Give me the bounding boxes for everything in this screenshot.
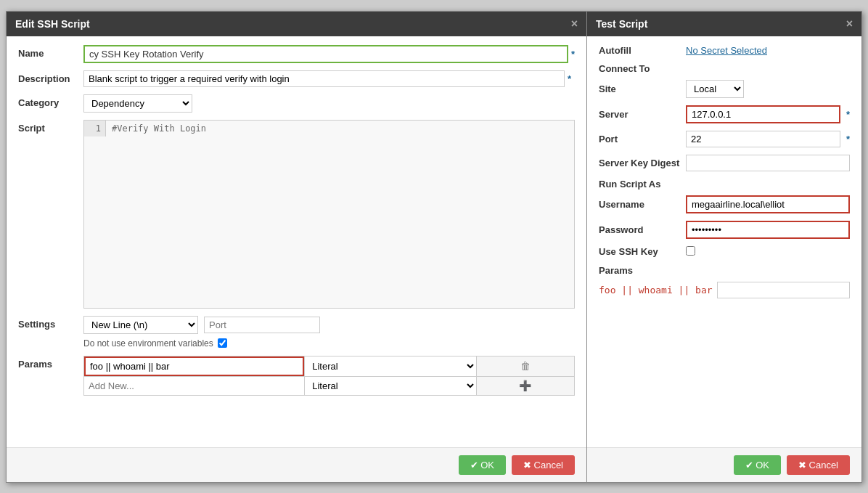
autofill-value: No Secret Selected bbox=[686, 45, 850, 56]
username-row: Username bbox=[599, 195, 850, 213]
params-inline-input[interactable] bbox=[717, 282, 850, 298]
description-input[interactable] bbox=[83, 70, 565, 87]
params-label: Params bbox=[18, 356, 83, 370]
password-label: Password bbox=[599, 224, 686, 235]
password-content bbox=[686, 221, 850, 239]
param-add-input[interactable] bbox=[84, 378, 304, 394]
param-name-input[interactable] bbox=[84, 356, 304, 376]
connect-to-header: Connect To bbox=[599, 63, 850, 74]
left-panel: Edit SSH Script × Name * Description * bbox=[7, 12, 587, 482]
name-input[interactable] bbox=[83, 45, 568, 63]
name-required: * bbox=[571, 49, 575, 60]
server-row: Server * bbox=[599, 105, 850, 123]
param-action-cell: 🗑 bbox=[476, 356, 574, 376]
site-select[interactable]: Local Remote bbox=[686, 80, 744, 98]
description-required: * bbox=[568, 73, 571, 84]
param-type-cell: Literal Variable bbox=[305, 356, 477, 376]
param-add-name-cell bbox=[84, 376, 305, 395]
right-panel: Test Script × Autofill No Secret Selecte… bbox=[587, 12, 861, 482]
right-panel-footer: ✔ OK ✖ Cancel bbox=[587, 447, 861, 482]
autofill-label: Autofill bbox=[599, 45, 686, 56]
port-label: Port bbox=[599, 134, 686, 144]
params-inline-label: foo || whoami || bar bbox=[599, 285, 713, 296]
username-content bbox=[686, 195, 850, 213]
password-input[interactable] bbox=[686, 221, 850, 239]
params-section-header: Params bbox=[599, 265, 850, 276]
left-cancel-button[interactable]: ✖ Cancel bbox=[512, 455, 575, 475]
category-select[interactable]: Dependency Other bbox=[83, 94, 192, 113]
params-inline-row: foo || whoami || bar bbox=[599, 282, 850, 298]
server-input[interactable] bbox=[686, 105, 840, 123]
left-panel-close[interactable]: × bbox=[571, 17, 578, 30]
line-numbers: 1 bbox=[84, 121, 106, 137]
left-panel-header: Edit SSH Script × bbox=[7, 12, 586, 36]
right-panel-header: Test Script × bbox=[587, 12, 861, 36]
username-input[interactable] bbox=[686, 195, 850, 213]
right-cancel-button[interactable]: ✖ Cancel bbox=[787, 455, 850, 475]
left-panel-title: Edit SSH Script bbox=[15, 18, 90, 30]
env-label: Do not use environment variables bbox=[83, 338, 213, 349]
port-required: * bbox=[846, 134, 850, 144]
port-input-right[interactable] bbox=[686, 131, 840, 147]
settings-label: Settings bbox=[18, 316, 83, 330]
param-add-type-select[interactable]: Literal Variable bbox=[305, 377, 476, 395]
settings-row: Settings New Line (\n) Carriage Return (… bbox=[18, 316, 575, 349]
port-content: * bbox=[686, 131, 850, 147]
server-key-content bbox=[686, 155, 850, 171]
category-label: Category bbox=[18, 94, 83, 108]
param-row-add: Literal Variable ➕ bbox=[84, 376, 575, 395]
password-row: Password bbox=[599, 221, 850, 239]
site-row: Site Local Remote bbox=[599, 80, 850, 98]
autofill-link[interactable]: No Secret Selected bbox=[686, 45, 767, 56]
script-editor[interactable]: 1 #Verify With Login bbox=[83, 120, 575, 309]
username-label: Username bbox=[599, 199, 686, 210]
server-key-input[interactable] bbox=[686, 155, 850, 171]
server-label: Server bbox=[599, 109, 686, 120]
right-panel-title: Test Script bbox=[596, 18, 647, 30]
script-code[interactable]: #Verify With Login bbox=[106, 121, 574, 137]
run-script-as-header: Run Script As bbox=[599, 179, 850, 190]
param-name-cell bbox=[84, 356, 305, 376]
left-panel-body: Name * Description * Category bbox=[7, 36, 586, 447]
param-add-type-cell: Literal Variable bbox=[305, 376, 477, 395]
description-content: * bbox=[83, 70, 575, 87]
use-ssh-key-row: Use SSH Key bbox=[599, 246, 850, 258]
server-key-label: Server Key Digest bbox=[599, 158, 686, 168]
right-panel-body: Autofill No Secret Selected Connect To S… bbox=[587, 36, 861, 447]
port-input[interactable] bbox=[204, 317, 320, 333]
name-content: * bbox=[83, 45, 575, 63]
settings-select[interactable]: New Line (\n) Carriage Return (\r\n) bbox=[83, 316, 198, 334]
params-row: Params Literal Variable bbox=[18, 356, 575, 396]
params-table: Literal Variable 🗑 bbox=[83, 356, 575, 396]
port-row: Port * bbox=[599, 131, 850, 147]
params-content: Literal Variable 🗑 bbox=[83, 356, 575, 396]
category-content: Dependency Other bbox=[83, 94, 575, 113]
category-row: Category Dependency Other bbox=[18, 94, 575, 113]
description-row: Description * bbox=[18, 70, 575, 87]
server-key-row: Server Key Digest bbox=[599, 155, 850, 171]
trash-icon[interactable]: 🗑 bbox=[520, 360, 531, 372]
use-ssh-key-checkbox[interactable] bbox=[686, 246, 695, 256]
use-ssh-key-label: Use SSH Key bbox=[599, 246, 686, 257]
left-ok-button[interactable]: ✔ OK bbox=[459, 455, 506, 475]
name-label: Name bbox=[18, 45, 83, 59]
settings-content: New Line (\n) Carriage Return (\r\n) Do … bbox=[83, 316, 575, 349]
name-row: Name * bbox=[18, 45, 575, 63]
param-add-action-cell: ➕ bbox=[476, 376, 574, 395]
param-type-select[interactable]: Literal Variable bbox=[305, 357, 476, 375]
param-row-1: Literal Variable 🗑 bbox=[84, 356, 575, 376]
use-ssh-key-content bbox=[686, 246, 850, 258]
description-label: Description bbox=[18, 70, 83, 84]
right-ok-button[interactable]: ✔ OK bbox=[734, 455, 781, 475]
left-panel-footer: ✔ OK ✖ Cancel bbox=[7, 447, 586, 482]
autofill-row: Autofill No Secret Selected bbox=[599, 45, 850, 56]
server-required: * bbox=[846, 109, 850, 120]
script-label: Script bbox=[18, 120, 83, 134]
script-content: 1 #Verify With Login bbox=[83, 120, 575, 309]
site-label: Site bbox=[599, 83, 686, 94]
script-row: Script 1 #Verify With Login bbox=[18, 120, 575, 309]
server-content: * bbox=[686, 105, 850, 123]
env-checkbox[interactable] bbox=[218, 338, 227, 348]
right-panel-close[interactable]: × bbox=[846, 17, 853, 30]
add-icon[interactable]: ➕ bbox=[519, 380, 531, 391]
